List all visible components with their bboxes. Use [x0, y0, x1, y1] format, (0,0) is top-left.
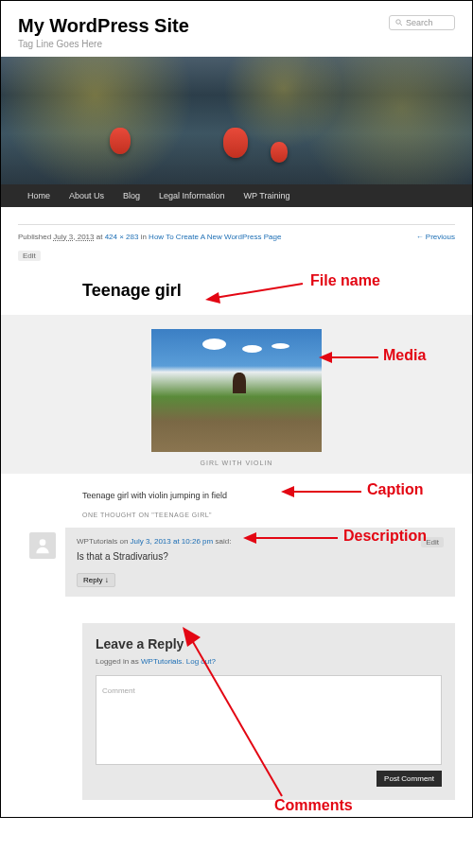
annotation-description: Description	[343, 528, 427, 545]
svg-point-0	[396, 20, 401, 25]
meta-parent-link[interactable]: How To Create A New WordPress Page	[149, 233, 281, 241]
site-tagline: Tag Line Goes Here	[18, 39, 455, 49]
logged-in-text: Logged in as WPTutorials. Log out?	[96, 657, 442, 666]
header-banner	[1, 57, 472, 184]
comment-textarea[interactable]: Comment	[96, 675, 442, 765]
comments-heading: ONE THOUGHT ON "TEENAGE GIRL"	[82, 512, 455, 518]
nav-blog[interactable]: Blog	[114, 184, 149, 207]
nav-home[interactable]: Home	[18, 184, 60, 207]
annotation-media: Media	[383, 347, 426, 364]
search-input[interactable]: Search	[389, 15, 455, 30]
annotation-caption: Caption	[367, 481, 424, 498]
nav-about[interactable]: About Us	[60, 184, 114, 207]
site-header: My WordPress Site Tag Line Goes Here Sea…	[1, 1, 472, 57]
media-container: GIRL WITH VIOLIN	[1, 315, 472, 474]
comment-text: Is that a Stradivarius?	[77, 551, 444, 562]
svg-line-1	[400, 24, 402, 26]
meta-dims-link[interactable]: 424 × 283	[105, 233, 139, 241]
edit-page-link[interactable]: Edit	[18, 251, 41, 261]
search-placeholder: Search	[406, 18, 433, 27]
page-title: Teenage girl	[82, 281, 455, 301]
annotation-comments: Comments	[274, 797, 353, 814]
reply-form: Leave a Reply Logged in as WPTutorials. …	[82, 623, 455, 800]
search-icon	[395, 19, 403, 26]
annotation-file-name: File name	[310, 272, 380, 289]
svg-point-2	[40, 539, 46, 546]
avatar	[29, 532, 56, 559]
comment-author: WPTutorials	[77, 537, 117, 546]
logout-link[interactable]: Log out?	[186, 657, 216, 666]
attachment-meta: ← Previous Published July 3, 2013 at 424…	[18, 224, 455, 241]
comment-date-link[interactable]: July 3, 2013 at 10:26 pm	[131, 537, 214, 546]
attachment-image[interactable]	[151, 329, 322, 452]
prev-link[interactable]: ← Previous	[416, 233, 455, 241]
main-nav: Home About Us Blog Legal Information WP …	[1, 184, 472, 207]
meta-date: July 3, 2013	[53, 233, 94, 241]
post-comment-button[interactable]: Post Comment	[377, 771, 442, 787]
reply-button[interactable]: Reply ↓	[77, 573, 115, 587]
logged-user-link[interactable]: WPTutorials	[141, 657, 182, 666]
nav-training[interactable]: WP Training	[235, 184, 300, 207]
reply-title: Leave a Reply	[96, 636, 442, 651]
image-caption: GIRL WITH VIOLIN	[1, 460, 472, 466]
nav-legal[interactable]: Legal Information	[149, 184, 235, 207]
